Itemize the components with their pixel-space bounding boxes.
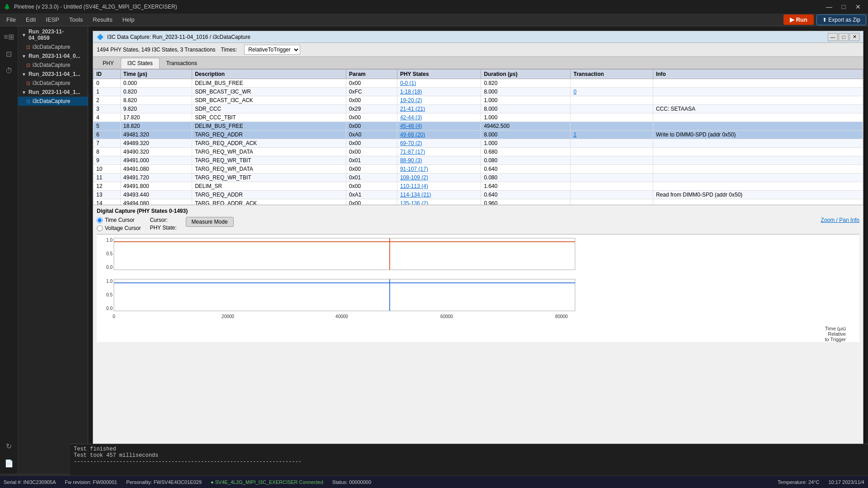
dc-maximize-button[interactable]: □ (839, 33, 849, 41)
table-cell-2: TARG_REQ_WR_DATA (192, 148, 346, 156)
dc-minimize-button[interactable]: — (828, 33, 838, 41)
sidebar-group-label: Run_2023-11-04_0859 (28, 28, 84, 41)
measure-mode-button[interactable]: Measure Mode (186, 217, 234, 227)
table-cell-7 (653, 199, 863, 205)
dc-data-table: ID Time (µs) Description Param PHY State… (93, 69, 863, 205)
table-cell-3: 0x00 (346, 79, 397, 88)
table-row[interactable]: 00.000DELIM_BUS_FREE0x000-0 (1)0.820 (94, 79, 863, 88)
cursor-value: Cursor: (150, 217, 176, 223)
zoom-pan-link[interactable]: Zoom / Pan Info (821, 217, 859, 223)
cursor-type-group: Time Cursor Voltage Cursor (97, 217, 141, 231)
table-cell-4: 135-136 (2) (397, 199, 481, 205)
dc-tab-phy[interactable]: PHY (96, 58, 121, 69)
filter-icon-btn[interactable]: ⊡ (2, 47, 16, 61)
export-zip-button[interactable]: ⬆ Export as Zip (816, 14, 866, 25)
col-info: Info (653, 70, 863, 79)
sidebar-item-i3c-0[interactable]: ⊡ i3cDataCapture (18, 42, 88, 52)
table-row[interactable]: 518.820DELIM_BUS_FREE0x0045-48 (4)49462.… (94, 122, 863, 131)
titlebar-controls: — □ ✕ (823, 2, 864, 11)
time-cursor-radio[interactable]: Time Cursor (97, 217, 141, 223)
refresh-icon-btn[interactable]: ↻ (2, 439, 16, 453)
datetime: 10:17 2023/11/4 (828, 479, 864, 485)
dc-window-icon: 🔷 (97, 34, 104, 40)
table-row[interactable]: 1449494.080TARG_REQ_ADDR_ACK0x00135-136 … (94, 199, 863, 205)
close-button[interactable]: ✕ (852, 2, 864, 11)
table-row[interactable]: 39.820SDR_CCC0x2921-41 (21)8.000CCC: SET… (94, 105, 863, 113)
clock-icon-btn[interactable]: ⏱ (2, 64, 16, 78)
col-param: Param (346, 70, 397, 79)
table-cell-2: TARG_REQ_ADDR (192, 131, 346, 139)
menu-edit[interactable]: Edit (21, 15, 40, 24)
table-cell-0: 12 (94, 182, 121, 191)
voltage-cursor-radio[interactable]: Voltage Cursor (97, 225, 141, 231)
sidebar-item-label: i3cDataCapture (33, 62, 70, 68)
table-row[interactable]: 1249491.800DELIM_SR0x00110-113 (4)1.640 (94, 182, 863, 191)
x-label-0: 0 (113, 314, 115, 319)
sidebar-item-i3c-3[interactable]: ⊡ i3cDataCapture (18, 97, 88, 106)
i3c-icon: ⊡ (26, 80, 30, 86)
table-cell-0: 14 (94, 199, 121, 205)
chevron-down-icon: ▼ (22, 33, 26, 38)
sidebar-group-run-1004b[interactable]: ▼ Run_2023-11-04_0... (18, 52, 88, 61)
sidebar-group-run-1004c[interactable]: ▼ Run_2023-11-04_1... (18, 70, 88, 79)
menu-tools[interactable]: Tools (65, 15, 87, 24)
sidebar-item-i3c-2[interactable]: ⊡ i3cDataCapture (18, 79, 88, 88)
table-row[interactable]: 10.820SDR_BCAST_I3C_WR0xFC1-18 (18)8.000… (94, 88, 863, 96)
table-cell-5: 1.000 (481, 96, 571, 105)
sda-chart: SDA 1.0 0.5 0.0 (100, 236, 580, 272)
table-cell-7 (653, 148, 863, 156)
menu-file[interactable]: File (2, 15, 20, 24)
table-row[interactable]: 849490.320TARG_REQ_WR_DATA0x0071-87 (17)… (94, 148, 863, 156)
times-select[interactable]: RelativeToTrigger Absolute (244, 45, 300, 55)
table-row[interactable]: 949491.000TARG_REQ_WR_TBIT0x0188-90 (3)0… (94, 156, 863, 165)
sidebar-group-run-0859[interactable]: ▼ Run_2023-11-04_0859 (18, 27, 88, 42)
table-row[interactable]: 749489.320TARG_REQ_ADDR_ACK0x0069-70 (2)… (94, 139, 863, 148)
layers-icon-btn[interactable]: ≡⊞ (2, 30, 16, 43)
time-cursor-input[interactable] (97, 217, 103, 223)
menu-help[interactable]: Help (118, 15, 139, 24)
minimize-button[interactable]: — (823, 2, 835, 11)
table-row[interactable]: 1049491.080TARG_REQ_WR_DATA0x0091-107 (1… (94, 165, 863, 174)
scl-y-0: 0.0 (106, 306, 113, 311)
table-cell-3: 0xA0 (346, 131, 397, 139)
dc-tab-i3c[interactable]: I3C States (121, 58, 160, 69)
voltage-cursor-input[interactable] (97, 225, 103, 231)
table-row[interactable]: 1349493.440TARG_REQ_ADDR0xA1114-134 (21)… (94, 191, 863, 199)
x-label-20000: 20000 (222, 314, 234, 319)
table-cell-3: 0x00 (346, 182, 397, 191)
table-cell-7 (653, 165, 863, 174)
table-cell-5: 1.000 (481, 139, 571, 148)
serial-number: Serial #: INI3C230905A (4, 479, 56, 485)
log-icon-btn[interactable]: 📄 (2, 456, 16, 470)
table-row[interactable]: 1149491.720TARG_REQ_WR_TBIT0x01108-109 (… (94, 174, 863, 182)
table-row[interactable]: 649481.320TARG_REQ_ADDR0xA049-68 (20)8.0… (94, 131, 863, 139)
sidebar-group-run-1004d[interactable]: ▼ Run_2023-11-04_1... (18, 88, 88, 97)
scl-y-05: 0.5 (106, 292, 113, 297)
table-cell-3: 0x00 (346, 148, 397, 156)
table-cell-7 (653, 174, 863, 182)
table-cell-6 (571, 79, 653, 88)
status-bar: Serial #: INI3C230905A Fw revision: FW00… (0, 475, 868, 488)
table-cell-7 (653, 88, 863, 96)
table-cell-4: 71-87 (17) (397, 148, 481, 156)
dc-table-container[interactable]: ID Time (µs) Description Param PHY State… (93, 69, 863, 205)
table-cell-2: DELIM_SR (192, 182, 346, 191)
menu-iesp[interactable]: IESP (41, 15, 64, 24)
table-cell-0: 7 (94, 139, 121, 148)
maximize-button[interactable]: □ (837, 2, 850, 11)
table-cell-3: 0xFC (346, 88, 397, 96)
table-cell-6 (571, 199, 653, 205)
app-icon: 🌲 (4, 4, 10, 10)
table-cell-7 (653, 79, 863, 88)
run-button[interactable]: ▶ Run (783, 14, 814, 25)
dc-tab-transactions[interactable]: Transactions (160, 58, 204, 69)
dc-close-button[interactable]: ✕ (849, 33, 859, 41)
table-cell-1: 49489.320 (120, 139, 192, 148)
table-row[interactable]: 417.820SDR_CCC_TBIT0x0042-44 (3)1.000 (94, 113, 863, 122)
titlebar-left: 🌲 Pinetree (v 23.3.0) - Untitled (SV4E_4… (4, 4, 177, 10)
table-cell-1: 49493.440 (120, 191, 192, 199)
sidebar-item-i3c-1[interactable]: ⊡ i3cDataCapture (18, 61, 88, 70)
table-row[interactable]: 28.820SDR_BCAST_I3C_ACK0x0019-20 (2)1.00… (94, 96, 863, 105)
table-cell-4: 91-107 (17) (397, 165, 481, 174)
menu-results[interactable]: Results (88, 15, 117, 24)
